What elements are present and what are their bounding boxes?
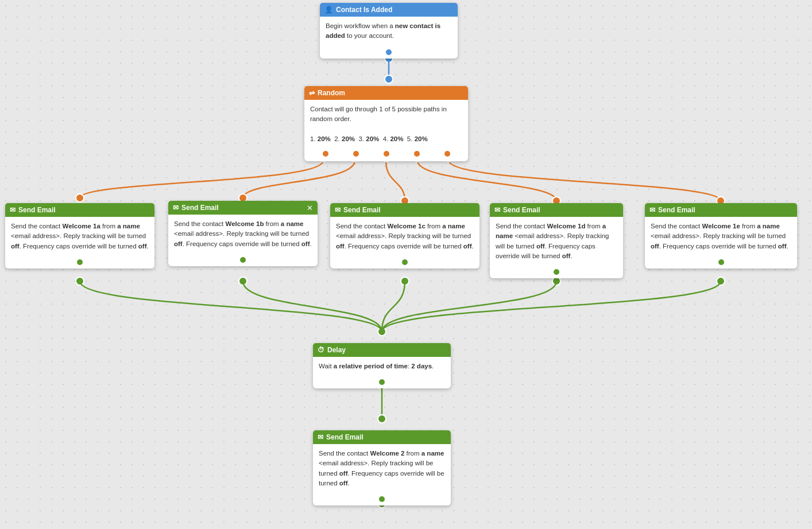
- email-icon-1c: ✉: [335, 206, 341, 214]
- send-email-2-footer: [313, 493, 451, 505]
- send-email-1a-body: Send the contact Welcome 1a from a name …: [5, 217, 154, 256]
- contact-is-added-body: Begin workflow when a new contact is add…: [320, 17, 458, 46]
- send-email-1e-header: ✉ Send Email: [645, 203, 797, 217]
- random-title: Random: [318, 89, 345, 97]
- send-email-1c-body: Send the contact Welcome 1c from a name …: [330, 217, 480, 256]
- send-email-1e-footer: [645, 256, 797, 269]
- send-email-1e-node[interactable]: ✉ Send Email Send the contact Welcome 1e…: [645, 203, 797, 269]
- contact-is-added-output-dot[interactable]: [385, 48, 393, 56]
- contact-is-added-header: 👤 Contact Is Added: [320, 3, 458, 17]
- send-email-2-body: Send the contact Welcome 2 from a name <…: [313, 444, 451, 493]
- random-output-1[interactable]: [322, 150, 330, 158]
- send-email-1a-output-dot[interactable]: [76, 258, 84, 266]
- send-email-1c-output-dot[interactable]: [401, 258, 409, 266]
- delay-icon: ⏱: [318, 346, 324, 354]
- contact-is-added-footer: [320, 46, 458, 59]
- email-icon-1d: ✉: [494, 206, 500, 214]
- random-outputs: [304, 149, 468, 161]
- send-email-1c-node[interactable]: ✉ Send Email Send the contact Welcome 1c…: [330, 203, 480, 269]
- delay-node[interactable]: ⏱ Delay Wait a relative period of time: …: [313, 343, 451, 388]
- random-header: ⇌ Random: [304, 86, 468, 100]
- send-email-1e-output-dot[interactable]: [717, 258, 725, 266]
- delay-header: ⏱ Delay: [313, 343, 451, 357]
- contact-is-added-title: Contact Is Added: [336, 6, 392, 14]
- send-email-1a-title: Send Email: [18, 206, 56, 214]
- delay-title: Delay: [327, 346, 346, 354]
- send-email-1e-body: Send the contact Welcome 1e from a name …: [645, 217, 797, 256]
- svg-point-16: [378, 415, 386, 423]
- random-output-3[interactable]: [382, 150, 390, 158]
- send-email-1a-header: ✉ Send Email: [5, 203, 154, 217]
- svg-point-11: [552, 277, 560, 285]
- svg-point-2: [385, 75, 393, 83]
- send-email-2-output-dot[interactable]: [378, 495, 386, 503]
- send-email-1d-title: Send Email: [503, 206, 540, 214]
- send-email-1d-node[interactable]: ✉ Send Email Send the contact Welcome 1d…: [490, 203, 623, 278]
- svg-point-10: [401, 277, 409, 285]
- send-email-1a-node[interactable]: ✉ Send Email Send the contact Welcome 1a…: [5, 203, 154, 269]
- send-email-1c-footer: [330, 256, 480, 269]
- random-icon: ⇌: [309, 89, 315, 97]
- send-email-1e-title: Send Email: [658, 206, 695, 214]
- svg-point-12: [717, 277, 725, 285]
- send-email-1d-body: Send the contact Welcome 1d from a name …: [490, 217, 623, 266]
- svg-point-13: [378, 328, 386, 336]
- email-icon-1e: ✉: [649, 206, 655, 214]
- svg-point-9: [239, 277, 247, 285]
- contact-icon: 👤: [324, 6, 333, 14]
- contact-is-added-node[interactable]: 👤 Contact Is Added Begin workflow when a…: [320, 3, 458, 59]
- delay-footer: [313, 376, 451, 388]
- send-email-1d-header: ✉ Send Email: [490, 203, 623, 217]
- send-email-1b-body: Send the contact Welcome 1b from a name …: [168, 215, 318, 254]
- email-icon-1b: ✉: [173, 204, 179, 212]
- send-email-1c-title: Send Email: [343, 206, 381, 214]
- send-email-1d-footer: [490, 266, 623, 278]
- send-email-1d-output-dot[interactable]: [552, 268, 560, 276]
- email-icon-1a: ✉: [10, 206, 16, 214]
- random-output-5[interactable]: [443, 150, 451, 158]
- send-email-1b-node[interactable]: ✉ Send Email ✕ Send the contact Welcome …: [168, 201, 318, 266]
- send-email-2-header: ✉ Send Email: [313, 430, 451, 444]
- send-email-1b-output-dot[interactable]: [239, 256, 247, 264]
- send-email-1c-header: ✉ Send Email: [330, 203, 480, 217]
- random-output-2[interactable]: [352, 150, 360, 158]
- send-email-1b-close-button[interactable]: ✕: [307, 204, 313, 212]
- random-node[interactable]: ⇌ Random Contact will go through 1 of 5 …: [304, 86, 468, 161]
- send-email-1a-footer: [5, 256, 154, 269]
- delay-body: Wait a relative period of time: 2 days.: [313, 357, 451, 376]
- send-email-2-node[interactable]: ✉ Send Email Send the contact Welcome 2 …: [313, 430, 451, 505]
- send-email-2-title: Send Email: [326, 433, 364, 441]
- send-email-1b-footer: [168, 254, 318, 266]
- random-output-4[interactable]: [413, 150, 421, 158]
- send-email-1b-header: ✉ Send Email ✕: [168, 201, 318, 215]
- email-icon-2: ✉: [318, 433, 323, 441]
- send-email-1b-title: Send Email: [181, 204, 219, 212]
- svg-point-8: [76, 277, 84, 285]
- delay-output-dot[interactable]: [378, 378, 386, 386]
- random-body: Contact will go through 1 of 5 possible …: [304, 100, 468, 149]
- svg-point-3: [76, 194, 84, 202]
